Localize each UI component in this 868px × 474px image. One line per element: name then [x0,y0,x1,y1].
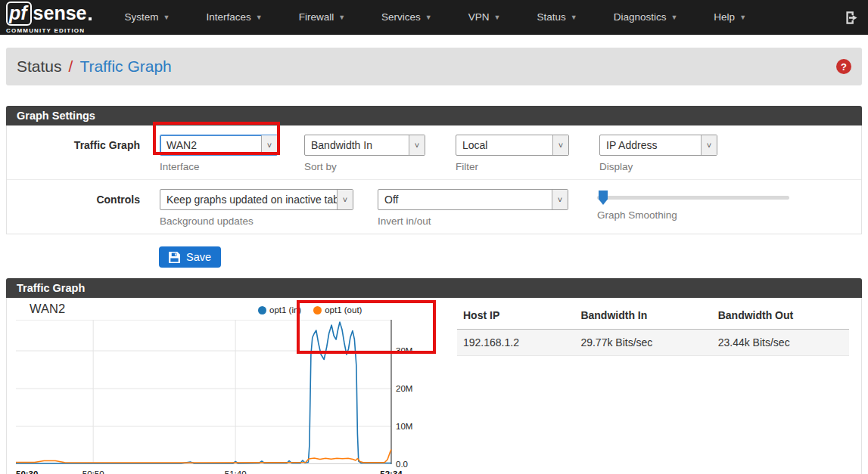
sign-out-icon[interactable] [845,11,859,25]
traffic-graph-header: Traffic Graph [6,278,862,298]
traffic-chart: WAN2 opt1 (in) opt1 (out) 0.010M20M30M50… [7,298,450,474]
logo-tagline: COMMUNITY EDITION [6,27,92,34]
chevron-down-icon: ˅ [261,135,277,155]
display-field: IP Address ˅ Display [599,135,717,172]
graph-smoothing-slider[interactable] [597,189,789,200]
display-select-value: IP Address [600,139,701,151]
chart-legend: opt1 (in) opt1 (out) [258,305,362,314]
interface-select[interactable]: WAN2 ˅ [160,135,278,156]
traffic-graph-panel: Traffic Graph WAN2 opt1 (in) opt1 (out) … [6,278,862,474]
caret-down-icon: ▼ [670,0,677,35]
nav-item-label: Diagnostics [614,11,667,23]
filter-caption: Filter [456,161,569,172]
nav-item-vpn[interactable]: VPN▼ [450,0,519,35]
graph-settings-body: Traffic Graph WAN2 ˅ Interface Bandwidth… [6,125,862,234]
nav-item-system[interactable]: System▼ [107,0,188,35]
traffic-graph-body: WAN2 opt1 (in) opt1 (out) 0.010M20M30M50… [6,298,862,474]
filter-select-value: Local [456,139,552,151]
invert-select[interactable]: Off ˅ [378,189,568,210]
svg-text:30M: 30M [396,346,412,355]
caret-down-icon: ▼ [425,0,432,35]
graph-settings-header: Graph Settings [6,106,862,125]
header-host-ip: Host IP [457,303,574,330]
legend-label-out: opt1 (out) [325,305,362,314]
save-button[interactable]: Save [159,246,221,268]
caret-down-icon: ▼ [338,0,345,35]
legend-label-in: opt1 (in) [269,305,301,314]
nav-item-label: Firewall [299,11,334,23]
cell-host-ip: 192.168.1.2 [457,330,574,356]
background-updates-select-value: Keep graphs updated on inactive tab. [160,194,337,206]
background-updates-select[interactable]: Keep graphs updated on inactive tab. ˅ [160,189,353,210]
filter-select[interactable]: Local ˅ [456,135,569,156]
caret-down-icon: ▼ [163,0,170,35]
nav-item-label: Interfaces [206,11,250,23]
logo-pf-badge: pf [6,2,32,26]
top-navbar: pfsense COMMUNITY EDITION System▼ Interf… [0,0,868,35]
header-bandwidth-in: Bandwidth In [574,303,711,330]
traffic-graph-row: Traffic Graph WAN2 ˅ Interface Bandwidth… [7,125,861,179]
interface-select-value: WAN2 [160,139,261,151]
nav-item-label: System [125,11,159,23]
main-menu: System▼ Interfaces▼ Firewall▼ Services▼ … [107,0,765,35]
chart-title: WAN2 [30,302,65,316]
slider-handle[interactable] [599,191,608,205]
save-row: Save [0,234,868,278]
cell-bandwidth-in: 29.77k Bits/sec [574,330,711,356]
legend-item-out: opt1 (out) [313,305,362,314]
svg-text:50:50: 50:50 [82,469,104,474]
save-icon [169,252,180,263]
interface-field: WAN2 ˅ Interface [160,135,278,172]
host-table-row: 192.168.1.2 29.77k Bits/sec 23.44k Bits/… [457,330,849,356]
sort-by-select[interactable]: Bandwidth In ˅ [304,135,425,156]
interface-caption: Interface [160,161,278,172]
smoothing-caption: Graph Smoothing [597,209,789,221]
nav-item-label: Services [381,11,421,23]
host-table-header-row: Host IP Bandwidth In Bandwidth Out [457,303,849,330]
caret-down-icon: ▼ [571,0,577,35]
help-icon[interactable]: ? [836,59,851,74]
background-updates-field: Keep graphs updated on inactive tab. ˅ B… [160,189,353,227]
pfsense-logo[interactable]: pfsense COMMUNITY EDITION [6,2,92,34]
svg-text:51:40: 51:40 [225,469,247,474]
nav-item-label: VPN [468,11,490,23]
nav-item-firewall[interactable]: Firewall▼ [281,0,363,35]
nav-item-status[interactable]: Status▼ [518,0,595,35]
save-button-label: Save [186,251,211,263]
svg-text:52:34: 52:34 [380,469,403,474]
caret-down-icon: ▼ [256,0,263,35]
background-updates-caption: Background updates [160,215,353,227]
svg-text:10M: 10M [396,422,412,431]
breadcrumb-page-link[interactable]: Traffic Graph [79,57,171,76]
traffic-graph-row-label: Traffic Graph [7,135,160,172]
nav-item-services[interactable]: Services▼ [363,0,450,35]
svg-text:0.0: 0.0 [396,460,408,469]
sort-by-caption: Sort by [304,161,425,172]
legend-item-in: opt1 (in) [258,305,301,314]
smoothing-field: Graph Smoothing [597,189,789,227]
controls-row-label: Controls [7,189,160,227]
svg-text:20M: 20M [396,384,412,393]
chevron-down-icon: ˅ [409,135,425,155]
pfsense-logo-text: pfsense [6,2,92,26]
breadcrumb: Status / Traffic Graph ? [6,48,862,85]
legend-dot-in-icon [258,306,266,314]
invert-field: Off ˅ Invert in/out [378,189,568,227]
controls-row: Controls Keep graphs updated on inactive… [7,179,861,234]
sort-by-field: Bandwidth In ˅ Sort by [304,135,425,172]
header-bandwidth-out: Bandwidth Out [712,303,849,330]
breadcrumb-separator: / [69,57,73,76]
caret-down-icon: ▼ [494,0,501,35]
filter-field: Local ˅ Filter [456,135,569,172]
display-caption: Display [599,161,717,172]
sort-by-select-value: Bandwidth In [305,139,409,151]
chevron-down-icon: ˅ [701,135,717,155]
nav-item-diagnostics[interactable]: Diagnostics▼ [596,0,696,35]
slider-track[interactable] [597,196,789,200]
chevron-down-icon: ˅ [552,135,568,155]
display-select[interactable]: IP Address ˅ [599,135,717,156]
graph-settings-panel: Graph Settings Traffic Graph WAN2 ˅ Inte… [6,106,862,234]
nav-item-help[interactable]: Help▼ [695,0,764,35]
legend-dot-out-icon [313,306,322,314]
nav-item-interfaces[interactable]: Interfaces▼ [188,0,280,35]
